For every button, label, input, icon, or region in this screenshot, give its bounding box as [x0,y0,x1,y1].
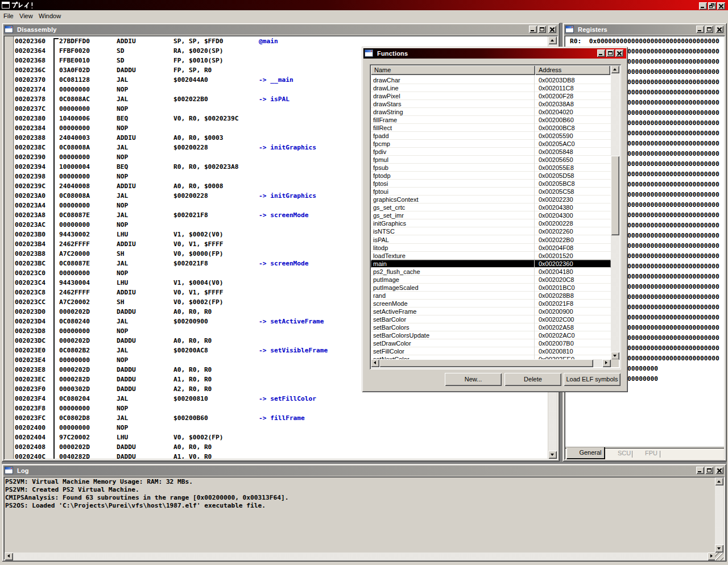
window-icon[interactable] [5,26,13,33]
minimize-button[interactable] [597,49,605,57]
functions-row[interactable]: drawChar0x00203DB8 [371,76,611,84]
functions-vscrollbar[interactable] [611,65,619,359]
main-titlebar[interactable] [0,0,728,10]
tab-fpu[interactable]: FPU [645,448,657,458]
minimize-button[interactable] [529,26,537,33]
load-elf-symbols-button[interactable]: Load ELF symbols [564,373,621,386]
scroll-track[interactable] [611,235,619,352]
resize-grip[interactable] [715,552,723,560]
menu-file[interactable]: File [2,10,15,22]
scroll-right-icon[interactable] [602,359,611,367]
scroll-thumb[interactable] [379,359,593,367]
minimize-button[interactable] [696,26,704,33]
scroll-left-icon[interactable] [5,552,13,560]
close-button[interactable] [715,26,723,33]
maximize-button[interactable] [705,26,713,33]
scroll-up-icon[interactable] [611,65,619,73]
disassembly-gutter[interactable] [5,36,14,459]
log-titlebar[interactable]: Log [3,466,725,476]
column-header-address[interactable]: Address [535,65,610,75]
log-hscrollbar[interactable] [5,552,715,560]
functions-row[interactable]: fpsub0x002055E8 [371,164,611,172]
functions-row[interactable]: drawStars0x002038A8 [371,100,611,108]
functions-row[interactable]: initGraphics0x00200228 [371,219,611,227]
scroll-track[interactable] [593,359,602,367]
maximize-button[interactable] [538,26,546,33]
menu-view[interactable]: View [18,10,34,22]
tab-scu[interactable]: SCU [618,448,631,458]
close-button[interactable] [715,467,723,474]
disassembly-titlebar[interactable]: Disassembly [3,24,558,35]
functions-row[interactable]: isNTSC0x00202260 [371,227,611,235]
scroll-track[interactable] [13,552,708,560]
close-button[interactable] [717,2,725,10]
functions-row[interactable]: drawLine0x002011C8 [371,84,611,92]
column-header-name[interactable]: Name [371,65,535,75]
close-button[interactable] [548,26,556,33]
disassembly-row[interactable]: 0020240497C20002LHUV0, $0002(FP) [14,433,548,442]
disassembly-row[interactable]: 002024080000202DDADDUA0, R0, R0 [14,442,548,452]
restore-button[interactable] [708,2,716,10]
functions-titlebar[interactable]: Functions [363,48,626,59]
minimize-button[interactable] [696,467,704,474]
scroll-up-icon[interactable] [548,36,557,44]
functions-row[interactable]: setBarColorsUpdate0x00202AC0 [371,331,611,339]
disassembly-row[interactable]: 002023F40C080204JAL$00200810-> setFillCo… [14,394,548,404]
functions-row[interactable]: setBarColor0x00202C00 [371,315,611,323]
functions-row[interactable]: graphicsContext0x00202230 [371,196,611,203]
functions-row[interactable]: fpdiv0x00205848 [371,148,611,156]
app-icon[interactable] [2,2,10,9]
functions-row[interactable]: setActiveFrame0x00200900 [371,308,611,315]
functions-row[interactable]: putImageScaled0x00201BC0 [371,284,611,292]
functions-row[interactable]: drawPixel0x00200F28 [371,92,611,100]
scroll-left-icon[interactable] [371,359,379,367]
functions-row[interactable]: fpmul0x00205650 [371,156,611,164]
functions-row[interactable]: gs_set_crtc0x00204380 [371,203,611,211]
functions-row[interactable]: litodp0x00204F08 [371,244,611,252]
functions-row[interactable]: fptodp0x00205D58 [371,172,611,180]
log-vscrollbar[interactable] [715,477,723,552]
functions-row[interactable]: setBarColors0x00202A58 [371,323,611,331]
window-icon[interactable] [5,467,13,474]
disassembly-row[interactable]: 002023FC0C0802D8JAL$00200B60-> fillFrame [14,413,548,423]
disassembly-row[interactable]: 0020240C0040282DDADDUA1, V0, R0 [14,452,548,459]
functions-row[interactable]: drawString0x00204020 [371,108,611,116]
scroll-thumb[interactable] [611,156,619,235]
delete-button[interactable]: Delete [504,373,561,386]
functions-row[interactable]: fillRect0x00200BC8 [371,124,611,132]
scroll-down-icon[interactable] [715,545,723,552]
scroll-track[interactable] [715,485,723,545]
disassembly-row[interactable]: 002023F800000000NOP [14,404,548,413]
functions-row[interactable]: fpcmp0x00205AC0 [371,140,611,148]
scroll-up-icon[interactable] [715,477,723,485]
scroll-down-icon[interactable] [611,352,619,360]
functions-row[interactable]: ps2_flush_cache0x00204180 [371,268,611,276]
functions-row[interactable]: setNextColor0x00202EE0 [371,355,611,359]
maximize-button[interactable] [705,467,713,474]
functions-row[interactable]: rand0x002028B8 [371,292,611,300]
functions-row[interactable]: loadTexture0x00201520 [371,252,611,260]
minimize-button[interactable] [699,2,707,10]
functions-row[interactable]: gs_set_imr0x00204300 [371,211,611,219]
functions-row[interactable]: putImage0x002020C8 [371,276,611,284]
tab-general[interactable]: General [566,447,605,459]
window-icon[interactable] [365,49,373,57]
functions-row[interactable]: fpadd0x00205590 [371,132,611,140]
menu-window[interactable]: Window [38,10,62,22]
disassembly-row[interactable]: 0020240000000000NOP [14,423,548,433]
functions-hscrollbar[interactable] [371,359,611,367]
disassembly-row[interactable]: 0020236027BDFFD0ADDIUSP, SP, $FFD0@main [14,36,548,46]
functions-row[interactable]: fillFrame0x00200B60 [371,116,611,124]
maximize-button[interactable] [606,49,614,57]
registers-titlebar[interactable]: Registers [564,24,725,35]
scroll-down-icon[interactable] [548,451,557,459]
functions-row[interactable]: setDrawColor0x002007B0 [371,339,611,347]
window-icon[interactable] [565,26,574,33]
functions-row[interactable]: setFillColor0x00200810 [371,347,611,355]
functions-row[interactable]: screenMode0x002021F8 [371,300,611,308]
scroll-track[interactable] [611,73,619,156]
functions-row[interactable]: fptosi0x00205BC8 [371,180,611,188]
functions-row[interactable]: main0x00202360 [371,260,611,268]
functions-row[interactable]: fptoui0x00205C58 [371,188,611,196]
functions-row[interactable]: isPAL0x002022B0 [371,236,611,244]
